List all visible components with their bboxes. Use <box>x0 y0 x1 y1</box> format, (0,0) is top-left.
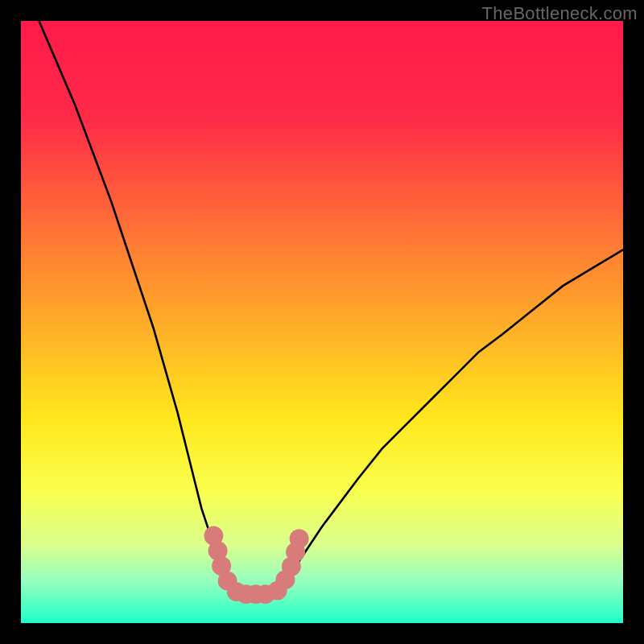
chart-container <box>21 21 623 623</box>
chart-markers <box>21 21 623 623</box>
marker-point <box>290 529 309 548</box>
marker-group <box>204 526 308 604</box>
